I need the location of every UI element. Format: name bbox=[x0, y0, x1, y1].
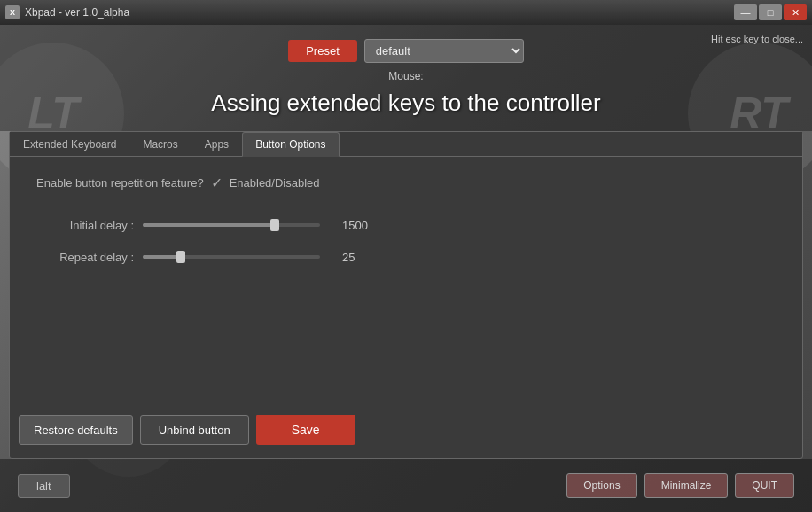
save-button[interactable]: Save bbox=[256, 415, 355, 445]
enable-row: Enable button repetition feature? ✓ Enab… bbox=[36, 175, 776, 191]
enable-label: Enable button repetition feature? bbox=[36, 176, 204, 190]
repeat-delay-row: Repeat delay : 25 bbox=[36, 250, 776, 264]
repeat-delay-label: Repeat delay : bbox=[36, 251, 134, 264]
initial-delay-slider[interactable] bbox=[143, 218, 320, 232]
initial-delay-row: Initial delay : 1500 bbox=[36, 218, 776, 232]
enabled-checkmark: ✓ bbox=[211, 175, 223, 191]
preset-row: Preset default bbox=[288, 39, 524, 63]
button-options-panel: Enable button repetition feature? ✓ Enab… bbox=[10, 157, 802, 299]
close-button[interactable]: ✕ bbox=[784, 4, 807, 20]
app-icon: X bbox=[5, 5, 20, 19]
maximize-button[interactable]: □ bbox=[759, 4, 782, 20]
status-label: lalt bbox=[18, 474, 70, 498]
tab-apps[interactable]: Apps bbox=[191, 132, 242, 157]
status-bar: lalt Options Minimalize QUIT bbox=[0, 459, 812, 512]
repeat-delay-value: 25 bbox=[342, 251, 378, 264]
title-bar: X Xbpad - ver 1.0_alpha — □ ✕ bbox=[0, 0, 812, 25]
tab-macros[interactable]: Macros bbox=[129, 132, 191, 157]
top-overlay: Hit esc key to close... Preset default M… bbox=[0, 25, 812, 131]
minimize-button[interactable]: — bbox=[734, 4, 757, 20]
status-buttons: Options Minimalize QUIT bbox=[566, 473, 794, 498]
initial-delay-value: 1500 bbox=[342, 219, 378, 232]
main-panel: Extended Keyboard Macros Apps Button Opt… bbox=[9, 131, 803, 459]
quit-button[interactable]: QUIT bbox=[735, 473, 794, 498]
action-buttons: Restore defaults Unbind button Save bbox=[19, 415, 355, 445]
options-button[interactable]: Options bbox=[566, 473, 636, 498]
esc-hint: Hit esc key to close... bbox=[711, 34, 803, 44]
background-area: LT RT Hit esc key to close... Preset def… bbox=[0, 25, 812, 512]
app-title: Xbpad - ver 1.0_alpha bbox=[25, 6, 129, 19]
enabled-text: Enabled/Disabled bbox=[230, 176, 320, 190]
repeat-delay-slider[interactable] bbox=[143, 250, 320, 264]
main-title: Assing extended keys to the controller bbox=[211, 89, 600, 117]
tab-bar: Extended Keyboard Macros Apps Button Opt… bbox=[10, 132, 802, 157]
mouse-label: Mouse: bbox=[388, 70, 423, 82]
initial-delay-label: Initial delay : bbox=[36, 219, 134, 232]
unbind-button[interactable]: Unbind button bbox=[140, 415, 249, 445]
preset-button[interactable]: Preset bbox=[288, 40, 357, 62]
restore-defaults-button[interactable]: Restore defaults bbox=[19, 415, 133, 445]
minimalize-button[interactable]: Minimalize bbox=[644, 473, 729, 498]
tab-extended-keyboard[interactable]: Extended Keyboard bbox=[10, 132, 129, 157]
window-controls: — □ ✕ bbox=[734, 4, 807, 20]
tab-button-options[interactable]: Button Options bbox=[242, 132, 339, 157]
preset-select[interactable]: default bbox=[364, 39, 524, 63]
